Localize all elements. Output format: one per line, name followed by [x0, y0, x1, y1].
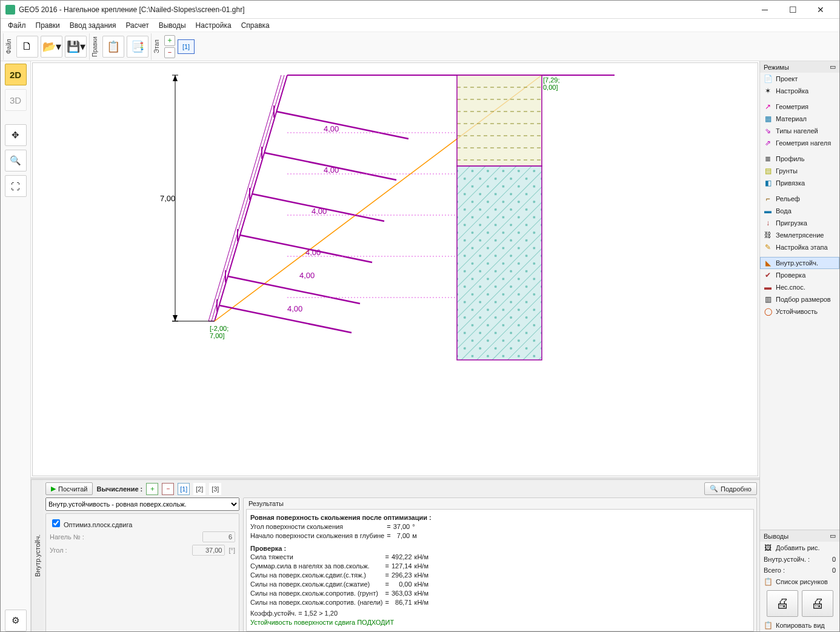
print-button-2[interactable]: 🖨: [802, 590, 833, 617]
svg-text:4,00: 4,00: [324, 165, 339, 175]
menu-settings[interactable]: Настройка: [192, 20, 235, 31]
mode-item-7[interactable]: ▤Грунты: [760, 165, 839, 177]
menu-help[interactable]: Справка: [238, 20, 273, 31]
analysis-tab-2[interactable]: [2]: [193, 483, 205, 495]
mode-item-3[interactable]: ▦Материал: [760, 113, 839, 125]
mode-icon: ≣: [764, 155, 772, 163]
menu-calc[interactable]: Расчет: [122, 20, 153, 31]
drawing-canvas[interactable]: 7,00: [32, 62, 758, 476]
mode-item-5[interactable]: ⇗Геометрия нагеля: [760, 137, 839, 149]
save-file-button[interactable]: 💾▾: [65, 36, 87, 58]
svg-line-25: [276, 111, 408, 139]
mode-item-11[interactable]: ↓Пригрузка: [760, 217, 839, 229]
svg-text:4,00: 4,00: [299, 271, 315, 280]
svg-line-29: [228, 276, 360, 304]
zoom-extents-button[interactable]: ⛶: [5, 175, 27, 197]
svg-text:4,00: 4,00: [324, 124, 339, 133]
mode-item-17[interactable]: ▥Подбор размеров: [760, 293, 839, 305]
zoom-region-button[interactable]: 🔍: [5, 150, 27, 171]
copy-button[interactable]: 📋: [102, 36, 124, 58]
view-2d-button[interactable]: 2D: [5, 64, 27, 85]
out-row1-value: 0: [832, 556, 836, 563]
copy-view-button[interactable]: 📋Копировать вид: [760, 619, 839, 631]
menu-edit[interactable]: Правки: [32, 20, 64, 31]
settings-button[interactable]: ⚙: [5, 610, 27, 631]
mode-item-15[interactable]: ✔Проверка: [760, 269, 839, 281]
mode-item-1[interactable]: ✶Настройка: [760, 85, 839, 97]
remove-analysis-button[interactable]: －: [162, 483, 174, 495]
mode-item-12[interactable]: ⛓Землетрясение: [760, 229, 839, 241]
new-file-button[interactable]: 🗋: [16, 36, 38, 58]
view-3d-button: 3D: [5, 89, 27, 111]
analysis-type-select[interactable]: Внутр.устойчивость - ровная поверх.сколь…: [45, 497, 239, 511]
analysis-tab-1[interactable]: [1]: [178, 483, 190, 495]
picture-list-button[interactable]: 📋Список рисунков: [760, 576, 839, 588]
svg-rect-23: [457, 166, 542, 360]
mode-icon: ▬: [764, 207, 772, 215]
svg-line-30: [216, 318, 348, 345]
add-picture-button[interactable]: 🖼Добавить рис.: [760, 542, 839, 554]
mode-item-4[interactable]: ⇘Типы нагелей: [760, 125, 839, 137]
out-row2-label: Всего :: [764, 567, 785, 574]
calc-label: Вычисление :: [96, 485, 142, 493]
add-stage-button[interactable]: ＋: [164, 35, 175, 46]
mode-icon: ✎: [764, 243, 772, 251]
mode-icon: ↓: [764, 219, 772, 227]
svg-rect-11: [457, 75, 542, 166]
toolbar-group-file: Файл: [3, 33, 14, 60]
maximize-button[interactable]: ☐: [779, 1, 807, 19]
mode-item-0[interactable]: 📄Проект: [760, 73, 839, 85]
add-analysis-button[interactable]: ＋: [146, 483, 158, 495]
calculate-button[interactable]: ▶Посчитай: [45, 482, 93, 495]
mode-item-8[interactable]: ◧Привязка: [760, 177, 839, 189]
pan-tool-button[interactable]: ✥: [5, 124, 27, 146]
mode-item-6[interactable]: ≣Профиль: [760, 153, 839, 165]
mode-icon: ↗: [764, 102, 772, 111]
angle-label: Угол :: [50, 547, 67, 554]
minimize-button[interactable]: ─: [751, 1, 779, 19]
mode-label: Внутр.устойч.: [776, 259, 818, 267]
mode-item-13[interactable]: ✎Настройка этапа: [760, 241, 839, 253]
mode-icon: ⇗: [764, 139, 772, 147]
nail-no-field: [202, 531, 235, 542]
left-toolbar: 2D 3D ✥ 🔍 ⛶ ⚙: [1, 61, 31, 631]
frame-tab-label[interactable]: Внутр.устойч.: [31, 480, 43, 631]
nail-no-label: Нагель № :: [50, 533, 84, 541]
outputs-collapse-button[interactable]: ▭: [830, 532, 836, 540]
remove-stage-button[interactable]: －: [164, 47, 175, 58]
analysis-tab-3[interactable]: [3]: [209, 483, 221, 495]
modes-collapse-button[interactable]: ▭: [830, 63, 836, 71]
mode-label: Настройка: [776, 87, 808, 95]
mode-label: Устойчивость: [776, 308, 818, 315]
mode-item-14[interactable]: ◣Внутр.устойч.: [760, 257, 839, 269]
out-row2-value: 0: [832, 567, 836, 574]
optimize-checkbox[interactable]: [52, 519, 60, 527]
paste-button[interactable]: 📑: [127, 36, 148, 58]
mode-icon: ▥: [764, 295, 772, 304]
open-file-button[interactable]: 📂▾: [41, 36, 62, 58]
menu-file[interactable]: Файл: [4, 20, 30, 31]
details-button[interactable]: 🔍Подробно: [704, 482, 757, 495]
print-button-1[interactable]: 🖨: [767, 590, 798, 617]
stage-tab-1[interactable]: [1]: [178, 39, 195, 54]
mode-label: Проект: [776, 75, 798, 82]
mode-item-2[interactable]: ↗Геометрия: [760, 101, 839, 113]
dim-height: 7,00: [160, 194, 175, 203]
mode-label: Привязка: [776, 179, 805, 187]
point-top-label: [7,29;0,00]: [543, 76, 560, 91]
mode-item-16[interactable]: ▬Нес.спос.: [760, 281, 839, 293]
mode-label: Проверка: [776, 271, 805, 279]
toolbar-group-stage: Этап: [151, 33, 162, 60]
mode-item-18[interactable]: ◯Устойчивость: [760, 305, 839, 318]
mode-icon: 📄: [764, 75, 772, 83]
menu-output[interactable]: Выводы: [155, 20, 190, 31]
mode-label: Материал: [776, 115, 807, 122]
mode-item-10[interactable]: ▬Вода: [760, 205, 839, 217]
mode-item-9[interactable]: ⌐Рельеф: [760, 193, 839, 205]
optimize-checkbox-label[interactable]: Оптимиз.плоск.сдвига: [50, 517, 132, 529]
mode-icon: ▦: [764, 115, 772, 123]
angle-field: [192, 545, 225, 556]
menu-input[interactable]: Ввод задания: [66, 20, 120, 31]
close-button[interactable]: ✕: [807, 1, 835, 19]
mode-label: Настройка этапа: [776, 244, 828, 251]
